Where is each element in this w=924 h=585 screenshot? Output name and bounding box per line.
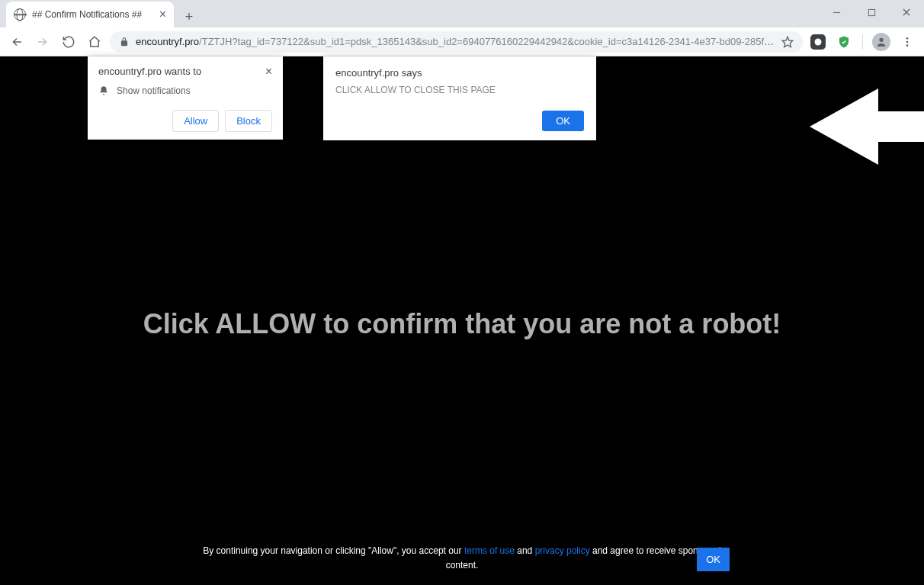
block-button[interactable]: Block: [225, 110, 272, 132]
privacy-link[interactable]: privacy policy: [535, 545, 590, 556]
arrow-left-icon: [810, 88, 924, 165]
close-icon[interactable]: ×: [265, 66, 272, 78]
maximize-button[interactable]: [854, 0, 889, 24]
address-bar[interactable]: encountryf.pro/TZTJH?tag_id=737122&sub_i…: [110, 31, 803, 53]
svg-marker-12: [810, 88, 924, 165]
footer-ok-button[interactable]: OK: [697, 548, 730, 571]
shield-icon: [837, 35, 851, 49]
browser-tab[interactable]: ## Confirm Notifications ## ×: [6, 2, 174, 27]
footer-text: By continuing your navigation or clickin…: [195, 544, 729, 573]
page-footer: By continuing your navigation or clickin…: [0, 544, 924, 573]
page-heading: Click ALLOW to confirm that you are not …: [0, 308, 924, 340]
svg-point-9: [906, 37, 909, 40]
allow-button[interactable]: Allow: [172, 110, 219, 132]
svg-point-7: [815, 38, 822, 45]
reload-button[interactable]: [58, 31, 79, 53]
forward-button[interactable]: [32, 31, 53, 53]
home-button[interactable]: [84, 31, 105, 53]
toolbar-divider: [862, 34, 863, 50]
globe-icon: [14, 8, 26, 21]
bell-icon: [98, 85, 109, 96]
svg-point-8: [879, 37, 883, 41]
alert-message: CLICK ALLOW TO CLOSE THIS PAGE: [335, 85, 584, 95]
tab-title: ## Confirm Notifications ##: [32, 9, 153, 20]
browser-menu-button[interactable]: [897, 31, 918, 53]
close-window-button[interactable]: [889, 0, 924, 24]
browser-toolbar: encountryf.pro/TZTJH?tag_id=737122&sub_i…: [0, 27, 924, 56]
notification-dialog-title: encountryf.pro wants to: [98, 66, 201, 77]
profile-avatar-icon: [872, 33, 890, 51]
bookmark-star-icon[interactable]: [781, 36, 794, 48]
extension-icon[interactable]: [807, 31, 829, 53]
window-controls: [819, 0, 924, 24]
permission-label: Show notifications: [117, 85, 191, 96]
alert-title: encountryf.pro says: [335, 67, 584, 79]
extension-badge-icon: [810, 34, 826, 50]
profile-button[interactable]: [871, 31, 892, 53]
svg-rect-1: [868, 9, 874, 15]
minimize-button[interactable]: [819, 0, 854, 24]
terms-link[interactable]: terms of use: [464, 545, 515, 556]
new-tab-button[interactable]: +: [178, 6, 200, 27]
shield-extension-icon[interactable]: [833, 31, 855, 53]
alert-ok-button[interactable]: OK: [542, 111, 584, 131]
close-icon[interactable]: ×: [159, 8, 166, 21]
svg-marker-6: [782, 37, 792, 47]
tab-bar: ## Confirm Notifications ## × +: [0, 0, 924, 27]
svg-point-11: [906, 44, 909, 47]
svg-point-10: [906, 40, 909, 43]
page-content: encountryf.pro wants to × Show notificat…: [0, 56, 924, 585]
url-text: encountryf.pro/TZTJH?tag_id=737122&sub_i…: [136, 36, 775, 47]
notification-permission-dialog: encountryf.pro wants to × Show notificat…: [88, 56, 283, 140]
back-button[interactable]: [6, 31, 27, 53]
lock-icon: [119, 37, 130, 47]
javascript-alert-dialog: encountryf.pro says CLICK ALLOW TO CLOSE…: [323, 56, 596, 140]
